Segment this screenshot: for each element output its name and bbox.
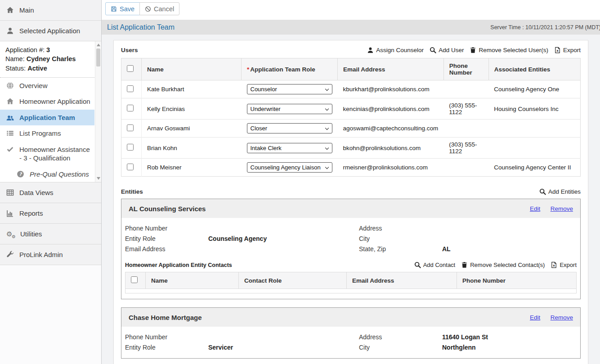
submenu-scrollbar[interactable]: [95, 41, 101, 182]
app-name-label: Name:: [5, 55, 25, 62]
sidebar-item-label: Main: [19, 6, 34, 14]
add-user-label: Add User: [439, 47, 464, 53]
remove-entity-link[interactable]: Remove: [551, 314, 573, 321]
entities-section: Entities Add Entities AL Counseling Serv…: [121, 188, 581, 359]
field-value: Servicer: [208, 344, 343, 352]
sidebar-item-utilities[interactable]: ⚙⚙ Utilities: [0, 224, 101, 244]
application-submenu: Application #: 3 Name: Cydney Charles St…: [0, 41, 101, 182]
edit-entity-link[interactable]: Edit: [530, 314, 540, 321]
row-checkbox[interactable]: [127, 124, 134, 131]
scrollbar-thumb[interactable]: [96, 49, 100, 67]
app-name-value: Cydney Charles: [27, 55, 76, 62]
row-checkbox[interactable]: [127, 144, 134, 151]
table-row: Arnav Goswami Closer agoswami@captechcon…: [121, 120, 581, 138]
sidebar-item-data-views[interactable]: Data Views: [0, 182, 101, 203]
server-time: Server Time : 10/11/2021 1:20:57 PM (MDT…: [490, 24, 600, 31]
assign-counselor-button[interactable]: Assign Counselor: [367, 47, 424, 53]
trash-icon: [461, 262, 468, 268]
sidebar-item-prolink-admin[interactable]: ProLink Admin: [0, 244, 101, 265]
globe-icon: [6, 82, 14, 89]
role-select[interactable]: Counselor: [247, 84, 332, 94]
sidebar-item-application-team[interactable]: Application Team: [0, 110, 94, 126]
row-checkbox[interactable]: [127, 105, 134, 111]
select-all-contacts-checkbox[interactable]: [131, 276, 138, 283]
role-select-wrap: Counseling Agency Liaison: [247, 162, 332, 173]
search-icon: [539, 188, 546, 195]
field-label: Address: [359, 225, 442, 233]
scroll-up-arrow-icon[interactable]: [97, 44, 100, 46]
search-icon: [414, 262, 421, 268]
users-toolbar: Assign Counselor Add User Remove Selecte…: [367, 47, 581, 53]
cancel-button[interactable]: Cancel: [139, 2, 179, 15]
sidebar-item-selected-application[interactable]: Selected Application: [0, 21, 101, 41]
user-email: kburkhart@prolinksolutions.com: [338, 80, 444, 98]
export-users-button[interactable]: Export: [554, 47, 581, 53]
col-name: Name: [142, 58, 242, 80]
role-select[interactable]: Counseling Agency Liaison: [247, 162, 332, 173]
save-button[interactable]: Save: [105, 2, 140, 15]
role-select[interactable]: Underwriter: [247, 104, 332, 114]
content-area: Users Assign Counselor Add User Remov: [102, 35, 600, 364]
users-table-header-row: Name *Application Team Role Email Addres…: [121, 58, 581, 80]
sidebar-item-pre-qual-questions[interactable]: Pre-Qual Questions: [0, 166, 94, 182]
user-email: agoswami@captechconsulting.com: [338, 120, 444, 138]
sidebar-item-homeowner-assistance[interactable]: Homeowner Assistance - 3 - Qualification: [0, 142, 94, 166]
row-checkbox[interactable]: [127, 85, 134, 92]
col-contact-name: Name: [146, 272, 239, 289]
contacts-heading: Homeowner Application Entity Contacts: [125, 262, 232, 268]
sidebar-item-overview[interactable]: Overview: [0, 78, 94, 94]
col-role-label: Application Team Role: [250, 66, 315, 73]
add-entities-button[interactable]: Add Entities: [539, 188, 581, 195]
add-user-button[interactable]: Add User: [430, 47, 464, 53]
user-name: Kate Burkhart: [142, 80, 242, 98]
users-table: Name *Application Team Role Email Addres…: [121, 58, 581, 177]
remove-selected-contacts-button[interactable]: Remove Selected Contact(s): [461, 262, 545, 268]
users-section-header: Users Assign Counselor Add User Remov: [121, 47, 581, 53]
role-select[interactable]: Closer: [247, 123, 332, 133]
select-all-checkbox[interactable]: [127, 65, 134, 72]
table-row: Brian Kohn Intake Clerk bkohn@prolinksol…: [121, 138, 581, 159]
entity-fields: Phone Number Entity RoleCounseling Agenc…: [125, 223, 577, 254]
entity-card-body: Phone Number Entity RoleServicer Address…: [121, 327, 580, 358]
col-email: Email Address: [338, 58, 444, 80]
excel-file-icon: [554, 47, 561, 53]
user-name: Kelly Encinias: [142, 98, 242, 120]
edit-entity-link[interactable]: Edit: [530, 205, 540, 212]
field-value: AL: [442, 245, 577, 253]
menu-label: Homeowner Assistance - 3 - Qualification: [19, 145, 94, 163]
role-select[interactable]: Intake Clerk: [247, 143, 332, 153]
ban-icon: [145, 6, 151, 12]
scroll-down-arrow-icon[interactable]: [97, 177, 100, 180]
entity-card: Chase Home Mortgage Edit Remove Phone Nu…: [121, 307, 581, 359]
sidebar-item-main[interactable]: Main: [0, 0, 101, 21]
content-card: Users Assign Counselor Add User Remov: [113, 40, 588, 364]
user-name: Arnav Goswami: [142, 120, 242, 138]
users-section-label: Users: [121, 47, 138, 53]
role-select-wrap: Intake Clerk: [247, 143, 332, 153]
row-checkbox[interactable]: [127, 164, 134, 170]
remove-users-label: Remove Selected User(s): [479, 47, 548, 53]
sidebar-item-homeowner-application[interactable]: Homeowner Application: [0, 93, 94, 110]
application-info: Application #: 3 Name: Cydney Charles St…: [0, 41, 94, 78]
export-contacts-button[interactable]: Export: [551, 262, 577, 268]
contacts-table: Name Contact Role Email Address Phone Nu…: [125, 272, 577, 293]
menu-label: Overview: [19, 81, 48, 90]
menu-label: List Programs: [19, 129, 61, 138]
sidebar-item-label: Reports: [19, 209, 43, 217]
role-select-wrap: Counselor: [247, 84, 332, 94]
col-contact-email: Email Address: [347, 272, 457, 289]
remove-entity-link[interactable]: Remove: [551, 205, 573, 212]
home-icon: [6, 98, 14, 105]
entity-contacts-header: Homeowner Application Entity Contacts Ad…: [125, 262, 577, 268]
add-contact-button[interactable]: Add Contact: [414, 262, 456, 268]
sidebar-item-reports[interactable]: Reports: [0, 203, 101, 224]
remove-selected-users-button[interactable]: Remove Selected User(s): [470, 47, 548, 53]
entity-fields-left: Phone Number Entity RoleServicer: [125, 332, 343, 353]
entity-card-body: Phone Number Entity RoleCounseling Agenc…: [121, 218, 580, 299]
sidebar-item-label: Data Views: [19, 189, 54, 196]
user-entities: [488, 120, 580, 138]
user-email: rmeisner@prolinksolutions.com: [338, 159, 444, 177]
user-email: bkohn@prolinksolutions.com: [338, 138, 444, 159]
sidebar-item-list-programs[interactable]: List Programs: [0, 125, 94, 142]
home-icon: [6, 6, 14, 14]
